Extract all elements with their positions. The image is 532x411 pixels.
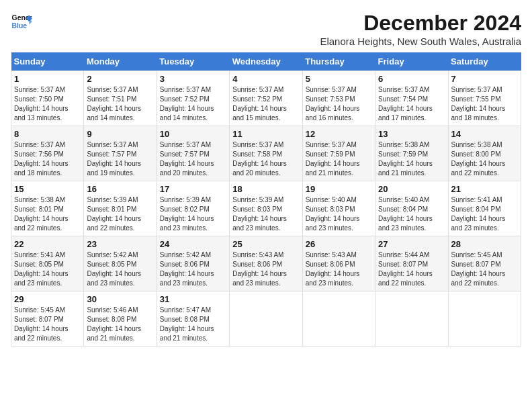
calendar-cell: 26 Sunrise: 5:43 AMSunset: 8:06 PMDaylig… bbox=[302, 236, 375, 291]
day-number: 17 bbox=[160, 184, 226, 194]
calendar-cell: 9 Sunrise: 5:37 AMSunset: 7:57 PMDayligh… bbox=[84, 126, 157, 181]
header: General Blue December 2024 Elanora Heigh… bbox=[11, 11, 521, 47]
day-number: 2 bbox=[87, 74, 153, 84]
day-number: 5 bbox=[306, 74, 372, 84]
day-info: Sunrise: 5:37 AMSunset: 7:58 PMDaylight:… bbox=[232, 140, 299, 178]
calendar-cell: 2 Sunrise: 5:37 AMSunset: 7:51 PMDayligh… bbox=[84, 71, 157, 126]
day-number: 3 bbox=[160, 74, 226, 84]
day-number: 29 bbox=[14, 294, 81, 304]
calendar-cell: 23 Sunrise: 5:42 AMSunset: 8:05 PMDaylig… bbox=[84, 236, 157, 291]
day-number: 16 bbox=[87, 184, 153, 194]
day-info: Sunrise: 5:42 AMSunset: 8:06 PMDaylight:… bbox=[160, 250, 226, 288]
title-area: December 2024 Elanora Heights, New South… bbox=[320, 11, 521, 47]
day-number: 23 bbox=[87, 239, 153, 249]
day-number: 30 bbox=[87, 294, 153, 304]
calendar-cell: 5 Sunrise: 5:37 AMSunset: 7:53 PMDayligh… bbox=[302, 71, 375, 126]
day-info: Sunrise: 5:37 AMSunset: 7:57 PMDaylight:… bbox=[160, 140, 226, 178]
day-info: Sunrise: 5:37 AMSunset: 7:51 PMDaylight:… bbox=[87, 85, 153, 123]
day-info: Sunrise: 5:37 AMSunset: 7:53 PMDaylight:… bbox=[306, 85, 372, 123]
day-number: 22 bbox=[14, 239, 81, 249]
day-info: Sunrise: 5:38 AMSunset: 8:01 PMDaylight:… bbox=[14, 195, 81, 233]
day-info: Sunrise: 5:46 AMSunset: 8:08 PMDaylight:… bbox=[87, 306, 153, 343]
day-info: Sunrise: 5:45 AMSunset: 8:07 PMDaylight:… bbox=[451, 250, 518, 288]
logo: General Blue bbox=[11, 11, 32, 32]
day-info: Sunrise: 5:39 AMSunset: 8:02 PMDaylight:… bbox=[160, 195, 226, 233]
calendar-cell: 21 Sunrise: 5:41 AMSunset: 8:04 PMDaylig… bbox=[448, 181, 521, 236]
main-title: December 2024 bbox=[320, 11, 521, 36]
day-info: Sunrise: 5:44 AMSunset: 8:07 PMDaylight:… bbox=[378, 250, 445, 288]
day-number: 8 bbox=[14, 129, 81, 139]
calendar-cell: 30 Sunrise: 5:46 AMSunset: 8:08 PMDaylig… bbox=[84, 291, 157, 347]
day-info: Sunrise: 5:43 AMSunset: 8:06 PMDaylight:… bbox=[232, 250, 299, 288]
day-number: 31 bbox=[160, 294, 226, 304]
svg-text:Blue: Blue bbox=[12, 22, 28, 30]
weekday-header-sunday: Sunday bbox=[11, 52, 84, 71]
day-info: Sunrise: 5:41 AMSunset: 8:04 PMDaylight:… bbox=[451, 195, 518, 233]
calendar-cell: 19 Sunrise: 5:40 AMSunset: 8:03 PMDaylig… bbox=[302, 181, 375, 236]
calendar-cell: 24 Sunrise: 5:42 AMSunset: 8:06 PMDaylig… bbox=[157, 236, 229, 291]
day-info: Sunrise: 5:39 AMSunset: 8:03 PMDaylight:… bbox=[232, 195, 299, 233]
day-info: Sunrise: 5:37 AMSunset: 7:52 PMDaylight:… bbox=[160, 85, 226, 123]
calendar-cell: 1 Sunrise: 5:37 AMSunset: 7:50 PMDayligh… bbox=[11, 71, 84, 126]
day-number: 11 bbox=[232, 129, 299, 139]
day-number: 28 bbox=[451, 239, 518, 249]
calendar-cell bbox=[302, 291, 375, 347]
day-info: Sunrise: 5:38 AMSunset: 7:59 PMDaylight:… bbox=[378, 140, 445, 178]
day-number: 24 bbox=[160, 239, 226, 249]
calendar-cell: 14 Sunrise: 5:38 AMSunset: 8:00 PMDaylig… bbox=[448, 126, 521, 181]
day-info: Sunrise: 5:43 AMSunset: 8:06 PMDaylight:… bbox=[306, 250, 372, 288]
weekday-header-friday: Friday bbox=[375, 52, 448, 71]
day-info: Sunrise: 5:45 AMSunset: 8:07 PMDaylight:… bbox=[14, 306, 81, 343]
calendar-cell: 31 Sunrise: 5:47 AMSunset: 8:08 PMDaylig… bbox=[157, 291, 229, 347]
calendar-cell bbox=[375, 291, 448, 347]
calendar-cell: 13 Sunrise: 5:38 AMSunset: 7:59 PMDaylig… bbox=[375, 126, 448, 181]
week-row-2: 8 Sunrise: 5:37 AMSunset: 7:56 PMDayligh… bbox=[11, 126, 521, 181]
calendar-cell: 25 Sunrise: 5:43 AMSunset: 8:06 PMDaylig… bbox=[230, 236, 302, 291]
day-info: Sunrise: 5:47 AMSunset: 8:08 PMDaylight:… bbox=[160, 306, 226, 343]
day-number: 10 bbox=[160, 129, 226, 139]
calendar-cell: 18 Sunrise: 5:39 AMSunset: 8:03 PMDaylig… bbox=[230, 181, 302, 236]
day-info: Sunrise: 5:37 AMSunset: 7:50 PMDaylight:… bbox=[14, 85, 81, 123]
calendar-cell bbox=[448, 291, 521, 347]
weekday-header-tuesday: Tuesday bbox=[157, 52, 229, 71]
calendar-cell: 15 Sunrise: 5:38 AMSunset: 8:01 PMDaylig… bbox=[11, 181, 84, 236]
calendar-cell: 3 Sunrise: 5:37 AMSunset: 7:52 PMDayligh… bbox=[157, 71, 229, 126]
logo-icon: General Blue bbox=[11, 11, 32, 32]
day-number: 27 bbox=[378, 239, 445, 249]
day-number: 20 bbox=[378, 184, 445, 194]
day-number: 15 bbox=[14, 184, 81, 194]
day-info: Sunrise: 5:37 AMSunset: 7:56 PMDaylight:… bbox=[14, 140, 81, 178]
day-info: Sunrise: 5:40 AMSunset: 8:04 PMDaylight:… bbox=[378, 195, 445, 233]
calendar-cell: 28 Sunrise: 5:45 AMSunset: 8:07 PMDaylig… bbox=[448, 236, 521, 291]
day-number: 19 bbox=[306, 184, 372, 194]
day-info: Sunrise: 5:37 AMSunset: 7:52 PMDaylight:… bbox=[232, 85, 299, 123]
calendar-cell: 8 Sunrise: 5:37 AMSunset: 7:56 PMDayligh… bbox=[11, 126, 84, 181]
day-number: 18 bbox=[232, 184, 299, 194]
weekday-header-row: SundayMondayTuesdayWednesdayThursdayFrid… bbox=[11, 52, 521, 71]
day-info: Sunrise: 5:41 AMSunset: 8:05 PMDaylight:… bbox=[14, 250, 81, 288]
day-number: 21 bbox=[451, 184, 518, 194]
day-info: Sunrise: 5:37 AMSunset: 7:54 PMDaylight:… bbox=[378, 85, 445, 123]
day-number: 12 bbox=[306, 129, 372, 139]
calendar-cell: 29 Sunrise: 5:45 AMSunset: 8:07 PMDaylig… bbox=[11, 291, 84, 347]
calendar-table: SundayMondayTuesdayWednesdayThursdayFrid… bbox=[11, 52, 521, 347]
day-info: Sunrise: 5:37 AMSunset: 7:57 PMDaylight:… bbox=[87, 140, 153, 178]
day-info: Sunrise: 5:42 AMSunset: 8:05 PMDaylight:… bbox=[87, 250, 153, 288]
weekday-header-monday: Monday bbox=[84, 52, 157, 71]
calendar-cell bbox=[230, 291, 302, 347]
week-row-3: 15 Sunrise: 5:38 AMSunset: 8:01 PMDaylig… bbox=[11, 181, 521, 236]
day-info: Sunrise: 5:38 AMSunset: 8:00 PMDaylight:… bbox=[451, 140, 518, 178]
calendar-cell: 27 Sunrise: 5:44 AMSunset: 8:07 PMDaylig… bbox=[375, 236, 448, 291]
weekday-header-saturday: Saturday bbox=[448, 52, 521, 71]
subtitle: Elanora Heights, New South Wales, Austra… bbox=[320, 36, 521, 47]
day-number: 26 bbox=[306, 239, 372, 249]
calendar-cell: 12 Sunrise: 5:37 AMSunset: 7:59 PMDaylig… bbox=[302, 126, 375, 181]
calendar-cell: 20 Sunrise: 5:40 AMSunset: 8:04 PMDaylig… bbox=[375, 181, 448, 236]
day-number: 6 bbox=[378, 74, 445, 84]
calendar-cell: 4 Sunrise: 5:37 AMSunset: 7:52 PMDayligh… bbox=[230, 71, 302, 126]
week-row-5: 29 Sunrise: 5:45 AMSunset: 8:07 PMDaylig… bbox=[11, 291, 521, 347]
day-info: Sunrise: 5:39 AMSunset: 8:01 PMDaylight:… bbox=[87, 195, 153, 233]
week-row-1: 1 Sunrise: 5:37 AMSunset: 7:50 PMDayligh… bbox=[11, 71, 521, 126]
calendar-cell: 10 Sunrise: 5:37 AMSunset: 7:57 PMDaylig… bbox=[157, 126, 229, 181]
day-number: 7 bbox=[451, 74, 518, 84]
